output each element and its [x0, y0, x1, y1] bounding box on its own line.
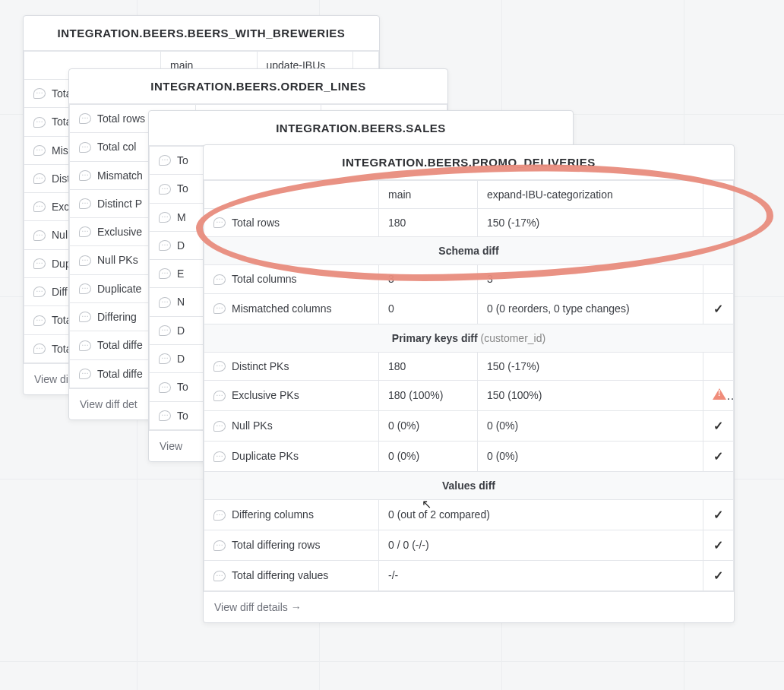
comment-icon[interactable]: [213, 361, 226, 372]
comment-icon[interactable]: [159, 212, 171, 223]
comment-icon[interactable]: [79, 142, 91, 153]
comment-icon[interactable]: [159, 240, 171, 251]
comment-icon[interactable]: [33, 258, 46, 269]
row-exclusive-pks: Exclusive PKs 180 (100%) 150 (100%): [204, 380, 734, 410]
comment-icon[interactable]: [213, 540, 226, 551]
comment-icon[interactable]: [159, 268, 171, 279]
comment-icon[interactable]: [79, 255, 91, 266]
comment-icon[interactable]: [33, 88, 46, 99]
check-icon: [713, 450, 723, 463]
comment-icon[interactable]: [79, 340, 91, 351]
comment-icon[interactable]: [79, 113, 91, 124]
comment-icon[interactable]: [213, 421, 226, 432]
check-icon: [713, 569, 723, 582]
cursor-icon: ↖: [422, 497, 432, 511]
header-row: main expand-IBU-categorization: [204, 181, 734, 209]
comment-icon[interactable]: [159, 297, 171, 308]
check-icon: [713, 508, 723, 521]
diff-card-promo-deliveries: INTEGRATION.BEERS.PROMO_DELIVERIES main …: [203, 144, 735, 623]
comment-icon[interactable]: [79, 198, 91, 209]
row-total-rows: Total rows 180 150 (-17%): [204, 209, 734, 237]
comment-icon[interactable]: [213, 303, 226, 314]
comment-icon[interactable]: [79, 312, 91, 322]
comment-icon[interactable]: [33, 201, 46, 212]
row-duplicate-pks: Duplicate PKs 0 (0%) 0 (0%): [204, 441, 734, 471]
section-values: Values diff: [204, 471, 734, 499]
comment-icon[interactable]: [33, 315, 46, 326]
comment-icon[interactable]: [159, 410, 171, 421]
view-diff-link[interactable]: View diff details →: [204, 591, 734, 622]
comment-icon[interactable]: [33, 117, 46, 128]
card-title: INTEGRATION.BEERS.SALES: [149, 111, 573, 146]
comment-icon[interactable]: [33, 286, 46, 297]
comment-icon[interactable]: [159, 382, 171, 393]
row-total-columns: Total columns 3 3: [204, 265, 734, 293]
row-differing-values: Total differing values -/-: [204, 560, 734, 590]
row-distinct-pks: Distinct PKs 180 150 (-17%): [204, 352, 734, 380]
comment-icon[interactable]: [79, 170, 91, 181]
row-differing-rows: Total differing rows 0 / 0 (-/-): [204, 530, 734, 560]
comment-icon[interactable]: [213, 391, 226, 401]
comment-icon[interactable]: [213, 274, 226, 285]
comment-icon[interactable]: [159, 353, 171, 364]
comment-icon[interactable]: [33, 145, 46, 156]
diff-table: main expand-IBU-categorization Total row…: [204, 180, 734, 591]
comment-icon[interactable]: [33, 173, 46, 184]
comment-icon[interactable]: [79, 369, 91, 379]
col-branch: expand-IBU-categorization: [478, 181, 703, 209]
comment-icon[interactable]: [213, 451, 226, 462]
comment-icon[interactable]: [159, 184, 171, 195]
comment-icon[interactable]: [159, 155, 171, 166]
section-schema: Schema diff: [204, 237, 734, 265]
comment-icon[interactable]: [213, 510, 226, 521]
comment-icon[interactable]: [79, 283, 91, 294]
comment-icon[interactable]: [33, 343, 46, 354]
comment-icon[interactable]: [213, 217, 226, 228]
check-icon: [713, 302, 723, 315]
card-title: INTEGRATION.BEERS.PROMO_DELIVERIES: [204, 145, 734, 180]
comment-icon[interactable]: [213, 571, 226, 581]
check-icon: [713, 419, 723, 432]
row-differing-columns: Differing columns 0 (out of 2 compared): [204, 499, 734, 530]
row-mismatched-columns: Mismatched columns 0 0 (0 reorders, 0 ty…: [204, 293, 734, 324]
comment-icon[interactable]: [33, 230, 46, 241]
warning-icon: [713, 388, 726, 400]
card-title: INTEGRATION.BEERS.BEERS_WITH_BREWERIES: [24, 16, 379, 51]
card-title: INTEGRATION.BEERS.ORDER_LINES: [69, 69, 447, 104]
comment-icon[interactable]: [79, 226, 91, 237]
comment-icon[interactable]: [159, 325, 171, 336]
check-icon: [713, 539, 723, 552]
row-null-pks: Null PKs 0 (0%) 0 (0%): [204, 410, 734, 441]
col-main: main: [379, 181, 478, 209]
section-pk: Primary keys diff (customer_id): [204, 324, 734, 352]
